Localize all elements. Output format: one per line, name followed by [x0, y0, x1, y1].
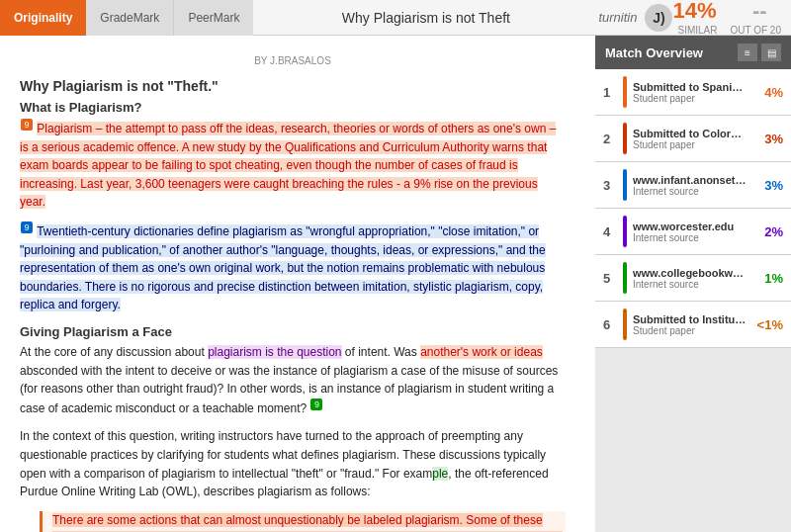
match-pct: <1%: [753, 317, 783, 332]
top-bar: Originality GradeMark PeerMark Why Plagi…: [0, 0, 791, 36]
out-of-label: OUT OF 20: [731, 24, 782, 37]
match-number: 4: [603, 224, 617, 239]
match-pct: 3%: [753, 178, 783, 193]
match-color-bar: [623, 262, 627, 294]
turnitin-icon: J): [645, 4, 672, 32]
sidebar-header: Match Overview ≡ ▤: [595, 36, 791, 69]
match-info: Submitted to Colorado... Student paper: [633, 128, 747, 150]
para4: In the context of this question, writing…: [20, 427, 566, 500]
match-info: Submitted to Spanish ... Student paper: [633, 81, 747, 104]
blockquote: There are some actions that can almost u…: [40, 511, 566, 532]
main-layout: BY J.BRASALOS Why Plagiarism is not "The…: [0, 36, 791, 532]
doc-main-title: Why Plagiarism is not "Theft.": [20, 78, 566, 94]
match-title: www.infant.anonseto...: [633, 174, 747, 186]
match-color-bar: [623, 169, 627, 201]
match-number: 6: [603, 317, 617, 332]
document-area[interactable]: BY J.BRASALOS Why Plagiarism is not "The…: [0, 36, 595, 532]
match-title: Submitted to Colorado...: [633, 128, 747, 139]
out-of-score: -- OUT OF 20: [731, 0, 782, 37]
section1-heading: What is Plagiarism?: [20, 100, 566, 115]
match-title: www.collegebookworl...: [633, 267, 747, 279]
match-info: www.worcester.edu Internet source: [633, 221, 747, 243]
match-color-bar: [623, 123, 627, 154]
match-title: www.worcester.edu: [633, 221, 747, 232]
para1: 9 Plagiarism – the attempt to pass off t…: [20, 119, 566, 212]
similarity-percentage: 14%: [672, 0, 716, 24]
match-info: www.infant.anonseto... Internet source: [633, 174, 747, 197]
match-type: Student paper: [633, 325, 747, 336]
sidebar: Match Overview ≡ ▤ 1 Submitted to Spanis…: [595, 36, 791, 532]
match-pct: 4%: [753, 85, 783, 100]
turnitin-brand: turnitin J): [598, 4, 672, 32]
sidebar-header-title: Match Overview: [605, 45, 703, 60]
similarity-stats: 14% SIMILAR -- OUT OF 20: [672, 0, 781, 37]
match-type: Student paper: [633, 93, 747, 104]
match-number: 2: [603, 132, 617, 146]
match-pct: 3%: [753, 132, 783, 146]
section2-heading: Giving Plagiarism a Face: [20, 324, 566, 339]
match-type: Internet source: [633, 232, 747, 243]
match-pct: 2%: [753, 224, 783, 239]
similarity-label: SIMILAR: [677, 24, 717, 37]
para2: 9 Twentieth-century dictionaries define …: [20, 222, 566, 314]
sidebar-header-icons: ≡ ▤: [738, 44, 781, 61]
match-color-bar: [623, 76, 627, 108]
doc-content: Why Plagiarism is not "Theft." What is P…: [20, 78, 566, 532]
match-item[interactable]: 3 www.infant.anonseto... Internet source…: [595, 162, 791, 209]
match-type: Internet source: [633, 279, 747, 290]
match-item[interactable]: 4 www.worcester.edu Internet source 2%: [595, 209, 791, 255]
peermark-tab-label: PeerMark: [188, 11, 239, 25]
out-of-value: --: [752, 0, 767, 24]
turnitin-text: turnitin: [598, 10, 637, 25]
match-type: Student paper: [633, 139, 747, 150]
para3: At the core of any discussion about plag…: [20, 343, 566, 417]
sidebar-grid-view-button[interactable]: ▤: [761, 44, 781, 61]
match-info: www.collegebookworl... Internet source: [633, 267, 747, 290]
match-type: Internet source: [633, 186, 747, 197]
tab-originality[interactable]: Originality: [0, 0, 86, 36]
document-title: Why Plagiarism is not Theft: [253, 10, 598, 26]
grademark-tab-label: GradeMark: [100, 11, 159, 25]
match-item[interactable]: 5 www.collegebookworl... Internet source…: [595, 255, 791, 302]
match-item[interactable]: 1 Submitted to Spanish ... Student paper…: [595, 69, 791, 116]
match-color-bar: [623, 216, 627, 247]
tab-peermark[interactable]: PeerMark: [174, 0, 253, 36]
match-pct: 1%: [753, 271, 783, 286]
match-number: 5: [603, 271, 617, 286]
originality-tab-label: Originality: [14, 11, 72, 25]
match-item[interactable]: 2 Submitted to Colorado... Student paper…: [595, 116, 791, 162]
sidebar-list-view-button[interactable]: ≡: [738, 44, 757, 61]
match-number: 1: [603, 85, 617, 100]
doc-subtitle: BY J.BRASALOS: [20, 55, 566, 66]
tab-grademark[interactable]: GradeMark: [86, 0, 174, 36]
match-title: Submitted to Institute ...: [633, 313, 747, 325]
match-title: Submitted to Spanish ...: [633, 81, 747, 93]
match-info: Submitted to Institute ... Student paper: [633, 313, 747, 336]
match-color-bar: [623, 309, 627, 340]
match-list: 1 Submitted to Spanish ... Student paper…: [595, 69, 791, 532]
match-item[interactable]: 6 Submitted to Institute ... Student pap…: [595, 302, 791, 348]
similarity-score: 14% SIMILAR: [672, 0, 722, 37]
match-number: 3: [603, 178, 617, 193]
